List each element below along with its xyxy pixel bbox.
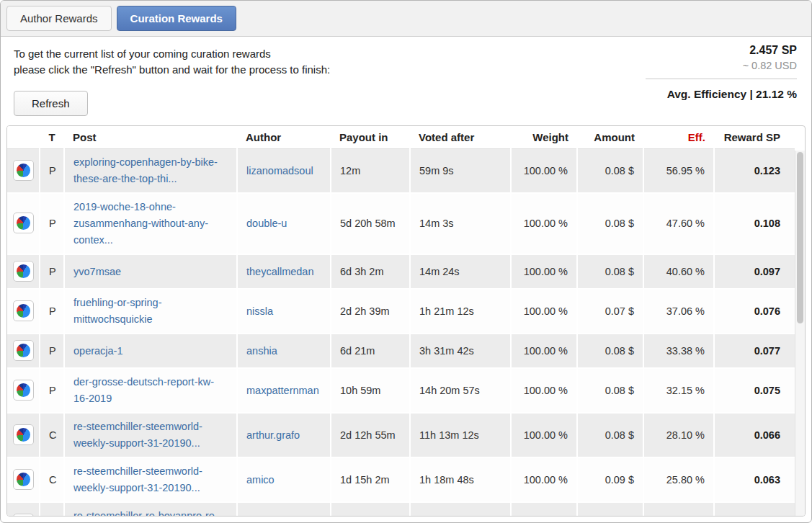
- author-link[interactable]: maxpatternman: [246, 385, 319, 396]
- post-stats-button[interactable]: [13, 213, 34, 233]
- type-cell: C: [40, 413, 64, 457]
- table-row: P 2019-woche-18-ohne-zusammenhang-withou…: [7, 193, 795, 254]
- post-link[interactable]: 2019-woche-18-ohne-zusammenhang-without-…: [73, 201, 208, 246]
- voted-after-cell: 14h 20m 57s: [410, 368, 511, 413]
- info-section: To get the current list of your coming c…: [1, 37, 811, 123]
- weight-cell: 100.00 %: [511, 413, 577, 457]
- author-cell: theycallmedan: [237, 254, 331, 289]
- post-link[interactable]: yvo7msae: [73, 266, 121, 277]
- author-link[interactable]: nissla: [246, 305, 273, 317]
- author-link[interactable]: anshia: [246, 345, 277, 357]
- voted-after-cell: 3h 31m 42s: [410, 334, 511, 368]
- post-cell: re-steemchiller-re-boyanpro-re-steemchil…: [64, 502, 237, 517]
- table-header-row: T Post Author Payout in Voted after Weig…: [7, 126, 795, 149]
- header-post: Post: [64, 126, 237, 149]
- row-icon-cell: [7, 457, 40, 502]
- efficiency-cell: 40.60 %: [643, 254, 714, 289]
- type-cell: P: [40, 334, 64, 368]
- table-row: P exploring-copenhagen-by-bike-these-are…: [7, 149, 795, 194]
- scrollbar-thumb[interactable]: [797, 152, 803, 323]
- row-icon-cell: [7, 413, 40, 457]
- post-link[interactable]: re-steemchiller-re-boyanpro-re-steemchil…: [73, 510, 218, 517]
- vertical-scrollbar[interactable]: [795, 151, 805, 516]
- header-icon-col: [7, 126, 40, 149]
- reward-sp-cell: 0.108: [714, 193, 795, 254]
- weight-cell: 50.00 %: [511, 502, 577, 517]
- amount-cell: 0.08 $: [577, 149, 643, 194]
- total-sp-value: 2.457 SP: [646, 44, 797, 57]
- header-author: Author: [237, 126, 331, 149]
- type-cell: C: [40, 502, 64, 517]
- efficiency-cell: 28.10 %: [643, 413, 714, 457]
- reward-sp-cell: 0.123: [714, 149, 795, 194]
- weight-cell: 100.00 %: [511, 193, 577, 254]
- row-icon-cell: [7, 193, 40, 254]
- tab-curation-rewards[interactable]: Curation Rewards: [117, 6, 236, 31]
- post-link[interactable]: exploring-copenhagen-by-bike-these-are-t…: [73, 156, 218, 184]
- table-row: C re-steemchiller-steemworld-weekly-supp…: [7, 413, 795, 457]
- author-link[interactable]: amico: [246, 474, 275, 486]
- post-stats-button[interactable]: [13, 261, 34, 282]
- author-link[interactable]: arthur.grafo: [246, 429, 300, 441]
- avg-efficiency-value: Avg. Efficiency | 21.12 %: [646, 88, 797, 101]
- weight-cell: 100.00 %: [511, 334, 577, 368]
- author-cell: amico: [237, 457, 331, 502]
- totals-divider: [646, 79, 797, 79]
- row-icon-cell: [7, 254, 40, 289]
- author-cell: double-u: [237, 193, 331, 254]
- table-row: C re-steemchiller-re-boyanpro-re-steemch…: [7, 502, 795, 517]
- weight-cell: 100.00 %: [511, 254, 577, 289]
- post-stats-button[interactable]: [13, 340, 34, 361]
- totals-panel: 2.457 SP ~ 0.82 USD Avg. Efficiency | 21…: [646, 44, 797, 101]
- author-link[interactable]: lizanomadsoul: [246, 165, 313, 176]
- efficiency-cell: 47.60 %: [643, 193, 714, 254]
- header-type: T: [40, 126, 64, 149]
- reward-sp-cell: 0.066: [714, 413, 795, 457]
- post-cell: exploring-copenhagen-by-bike-these-are-t…: [64, 149, 237, 194]
- post-link[interactable]: fruehling-or-spring-mittwochsquickie: [73, 297, 162, 325]
- pie-chart-icon: [17, 428, 30, 442]
- curation-rewards-app: Author Rewards Curation Rewards To get t…: [0, 0, 812, 523]
- post-stats-button[interactable]: [13, 424, 34, 445]
- amount-cell: 0.08 $: [577, 334, 643, 368]
- post-stats-button[interactable]: [13, 380, 34, 401]
- author-cell: anshia: [237, 334, 331, 368]
- row-icon-cell: [7, 149, 40, 194]
- voted-after-cell: 14m 3s: [410, 193, 511, 254]
- amount-cell: 0.08 $: [577, 193, 643, 254]
- refresh-button[interactable]: Refresh: [14, 91, 88, 116]
- table-row: P der-grosse-deutsch-report-kw-16-2019 m…: [7, 368, 795, 413]
- post-link[interactable]: re-steemchiller-steemworld-weekly-suppor…: [73, 421, 202, 449]
- post-stats-button[interactable]: [13, 469, 34, 490]
- reward-sp-cell: 0.075: [714, 368, 795, 413]
- author-cell: boyanpro: [237, 502, 331, 517]
- post-link[interactable]: der-grosse-deutsch-report-kw-16-2019: [73, 376, 214, 404]
- weight-cell: 100.00 %: [511, 289, 577, 334]
- type-cell: P: [40, 193, 64, 254]
- amount-cell: 0.09 $: [577, 457, 643, 502]
- post-stats-button[interactable]: [13, 300, 34, 321]
- weight-cell: 100.00 %: [511, 457, 577, 502]
- payout-in-cell: 6d 3h 2m: [331, 254, 410, 289]
- author-link[interactable]: theycallmedan: [246, 266, 314, 277]
- post-stats-button[interactable]: [13, 514, 34, 517]
- post-link[interactable]: re-steemchiller-steemworld-weekly-suppor…: [73, 465, 202, 493]
- row-icon-cell: [7, 502, 40, 517]
- table-row: P yvo7msae theycallmedan 6d 3h 2m 14m 24…: [7, 254, 795, 289]
- payout-in-cell: 6d 21m: [331, 334, 410, 368]
- type-cell: P: [40, 368, 64, 413]
- reward-sp-cell: 0.077: [714, 334, 795, 368]
- author-link[interactable]: double-u: [246, 218, 287, 229]
- post-link[interactable]: operacja-1: [73, 345, 123, 357]
- voted-after-cell: 59m 9s: [410, 149, 511, 194]
- efficiency-cell: 32.15 %: [643, 368, 714, 413]
- weight-cell: 100.00 %: [511, 149, 577, 194]
- type-cell: P: [40, 149, 64, 194]
- post-cell: operacja-1: [64, 334, 237, 368]
- efficiency-cell: 37.06 %: [643, 289, 714, 334]
- amount-cell: 0.08 $: [577, 254, 643, 289]
- tab-author-rewards[interactable]: Author Rewards: [6, 6, 112, 31]
- reward-sp-cell: 0.063: [714, 457, 795, 502]
- amount-cell: 0.08 $: [577, 368, 643, 413]
- post-stats-button[interactable]: [13, 160, 34, 181]
